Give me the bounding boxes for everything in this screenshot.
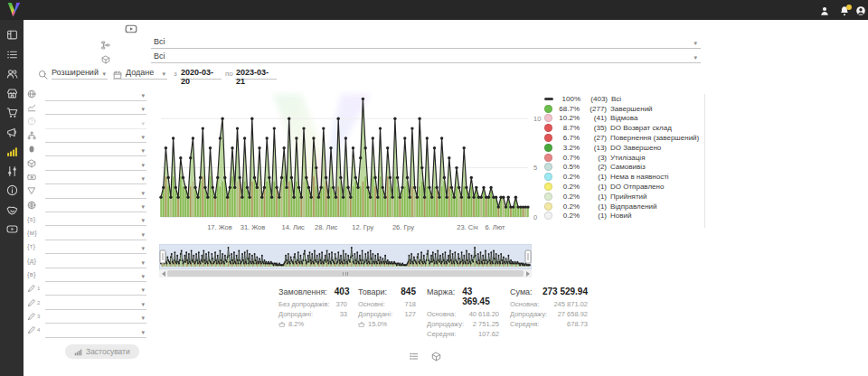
stat-sub-value: 8.2% (288, 319, 304, 329)
filter-select[interactable]: ▾ (45, 225, 146, 240)
filter-select[interactable]: ▾ (45, 212, 146, 226)
stat-sub-label: Допродані: (358, 309, 392, 319)
legend-count: (1) (583, 173, 607, 181)
apply-filters-button[interactable]: Застосувати (65, 344, 139, 359)
filter-select[interactable]: ▾ (45, 128, 146, 143)
token-t-icon: {т} (27, 242, 45, 250)
bell-icon[interactable] (839, 4, 850, 20)
chevron-down-icon: ▾ (141, 230, 146, 240)
search-mode-select[interactable]: Розширений ▾ (52, 66, 108, 80)
sidebar-item-analytics[interactable] (0, 142, 24, 162)
sidebar-item-orders[interactable] (0, 45, 24, 65)
legend-dot-marker (544, 114, 552, 122)
legend-dot-marker (544, 144, 552, 152)
filter-select[interactable]: ▾ (45, 198, 146, 212)
svg-text:26. Гру: 26. Гру (392, 223, 414, 231)
legend-item[interactable]: 0.2%(1)Новий (544, 212, 705, 221)
scroll-left-arrow[interactable] (159, 269, 167, 277)
notification-badge (846, 5, 852, 10)
stat-column: Сума:273 529.94Основна:245 871.02Допрода… (510, 287, 588, 339)
filter-select[interactable]: ▾ (45, 170, 146, 184)
filter-select[interactable]: ▾ (45, 155, 146, 170)
filter-select[interactable]: ▾ (45, 323, 146, 337)
cart-icon (6, 107, 18, 118)
pencil-icon: 4 (27, 325, 45, 334)
filter-row-pencil: 1▾ (27, 281, 146, 295)
date-field-select[interactable]: Додане ▾ (113, 66, 167, 80)
sidebar-item-store[interactable] (0, 84, 24, 104)
pencil-icon: 3 (27, 312, 45, 321)
chevron-down-icon: ▾ (141, 161, 146, 170)
sidebar-item-cart[interactable] (0, 103, 24, 123)
sidebar-item-dashboard[interactable] (0, 25, 24, 45)
filter-row-contact: ▾ (27, 143, 146, 156)
app-logo[interactable] (6, 2, 22, 21)
filter-select[interactable]: ▾ (45, 295, 146, 309)
svg-text:5: 5 (533, 164, 537, 172)
scroll-right-arrow[interactable] (524, 269, 532, 277)
legend-item[interactable]: 100%(403)Всі (544, 94, 705, 104)
legend-item[interactable]: 0.2%(1)DO Отправлено (544, 182, 705, 192)
search-icon[interactable] (38, 67, 48, 83)
legend-count: (41) (583, 114, 607, 122)
chart-scrollbar[interactable] (159, 269, 532, 277)
stat-sub-label: Середня: (427, 329, 456, 339)
filter-select[interactable]: ▾ (45, 114, 146, 128)
legend-item[interactable]: 68.7%(277)Завершений (544, 104, 705, 114)
filter-row-help: ▾ (27, 115, 146, 128)
filter-select[interactable]: ▾ (45, 281, 146, 296)
sidebar-item-megaphone[interactable] (0, 123, 24, 143)
legend-item[interactable]: 6.7%(27)Повернення (завершений) (544, 133, 705, 143)
list-view-icon[interactable] (409, 349, 419, 365)
legend-percent: 0.5% (556, 163, 580, 171)
user-icon[interactable] (819, 4, 830, 20)
filter-select[interactable]: ▾ (45, 253, 146, 268)
sidebar-item-info[interactable] (0, 181, 24, 201)
navigator-handle[interactable] (160, 250, 165, 263)
filter-select[interactable]: ▾ (45, 240, 146, 254)
date-to-label: по (225, 70, 233, 78)
package-view-icon[interactable] (431, 349, 441, 365)
date-to-input[interactable]: 2023-03-21 (235, 66, 277, 80)
token-s-icon: {s} (27, 215, 45, 223)
legend-item[interactable]: 8.7%(35)DO Возврат склад (544, 123, 705, 133)
sidebar-item-handshake[interactable] (0, 201, 24, 221)
avatar-icon[interactable] (855, 4, 866, 20)
legend-item[interactable]: 0.2%(1)Нема в наявності (544, 172, 705, 182)
legend-item[interactable]: 0.2%(1)Відправлений (544, 202, 705, 212)
chevron-down-icon: ▾ (141, 314, 146, 323)
sidebar-item-users[interactable] (0, 64, 24, 84)
apply-button-label: Застосувати (86, 347, 130, 356)
footer-icons (409, 349, 441, 365)
navigator-handle[interactable] (525, 250, 531, 263)
legend-item[interactable]: 0.5%(2)Самовивіз (544, 163, 705, 173)
chevron-down-icon: ▾ (141, 119, 146, 128)
legend-item[interactable]: 3.2%(13)DO Завершено (544, 143, 705, 153)
legend-dot-marker (544, 105, 552, 113)
stat-sub-value: 27 658.92 (558, 309, 588, 319)
filter-select[interactable]: ▾ (45, 87, 146, 101)
legend-percent: 6.7% (556, 134, 580, 142)
legend-item[interactable]: 10.2%(41)Відмова (544, 114, 705, 124)
product-filter-select[interactable]: Всі ▾ (151, 51, 701, 63)
filter-row-trend: ▾ (27, 100, 146, 114)
filter-select[interactable]: ▾ (45, 268, 146, 282)
chevron-down-icon: ▾ (693, 39, 699, 48)
scrollbar-thumb[interactable] (167, 270, 524, 277)
category-filter-select[interactable]: Всі ▾ (151, 36, 701, 49)
legend-item[interactable]: 0.7%(3)Утилізація (544, 153, 705, 163)
filter-row-pencil: 2▾ (27, 296, 146, 309)
legend-label: DO Возврат склад (610, 124, 672, 132)
video-tutorial-icon[interactable] (125, 23, 137, 39)
filter-select[interactable]: ▾ (45, 142, 146, 156)
filter-select[interactable]: ▾ (45, 100, 146, 115)
filter-row-token-d: {д}▾ (27, 254, 146, 268)
sidebar-item-sliders[interactable] (0, 162, 24, 182)
filter-select[interactable]: ▾ (45, 309, 146, 324)
chevron-down-icon: ▾ (162, 70, 167, 79)
date-from-input[interactable]: 2020-03-20 (180, 66, 222, 80)
filter-select[interactable]: ▾ (45, 183, 146, 198)
sidebar-item-video[interactable] (0, 220, 24, 240)
stat-sub-label: Допродажу: (510, 309, 547, 319)
legend-item[interactable]: 0.2%(1)Прийнятий (544, 192, 705, 202)
